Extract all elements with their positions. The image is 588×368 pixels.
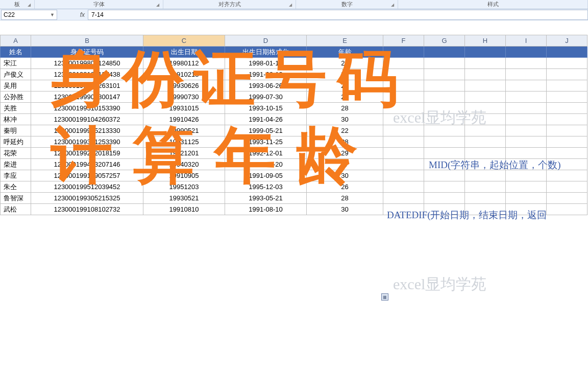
- cell-age[interactable]: 28: [307, 136, 383, 148]
- empty-cell[interactable]: [547, 47, 587, 58]
- empty-cell[interactable]: [383, 181, 424, 193]
- cell-age[interactable]: 22: [307, 91, 383, 103]
- cell-age[interactable]: 30: [307, 170, 383, 181]
- col-head-H[interactable]: H: [465, 35, 506, 47]
- empty-cell[interactable]: [465, 193, 506, 204]
- empty-cell[interactable]: [383, 204, 424, 215]
- fx-icon[interactable]: fx: [57, 11, 88, 18]
- cell-birthFmt[interactable]: 1993-11-25: [225, 136, 307, 148]
- cell-age[interactable]: 22: [307, 125, 383, 136]
- autofill-options-icon[interactable]: ▦: [381, 293, 388, 301]
- empty-cell[interactable]: [547, 170, 587, 181]
- cell-birth[interactable]: 19910426: [143, 114, 225, 125]
- cell-birth[interactable]: 19921201: [143, 148, 225, 159]
- cell-birthFmt[interactable]: 1994-03-20: [225, 159, 307, 170]
- cell-id[interactable]: 123000199403207146: [31, 159, 143, 170]
- cell-birth[interactable]: 19910810: [143, 204, 225, 215]
- empty-cell[interactable]: [506, 181, 547, 193]
- table-row[interactable]: 武松123000199108102732199108101991-08-1030: [1, 204, 587, 215]
- empty-cell[interactable]: [465, 204, 506, 215]
- cell-name[interactable]: 柴进: [1, 159, 31, 170]
- cell-id[interactable]: 123000199305215325: [31, 193, 143, 204]
- empty-cell[interactable]: [506, 58, 547, 69]
- cell-birthFmt[interactable]: 1999-05-21: [225, 125, 307, 136]
- formula-bar[interactable]: 7-14: [88, 10, 588, 20]
- empty-cell[interactable]: [506, 204, 547, 215]
- empty-cell[interactable]: [424, 47, 465, 58]
- empty-cell[interactable]: [465, 170, 506, 181]
- cell-name[interactable]: 李应: [1, 170, 31, 181]
- empty-cell[interactable]: [383, 193, 424, 204]
- empty-cell[interactable]: [383, 136, 424, 148]
- cell-name[interactable]: 朱仝: [1, 181, 31, 193]
- empty-cell[interactable]: [506, 80, 547, 91]
- cell-name[interactable]: 鲁智深: [1, 193, 31, 204]
- empty-cell[interactable]: [424, 125, 465, 136]
- cell-name[interactable]: 武松: [1, 204, 31, 215]
- cell-id[interactable]: 123000199311253390: [31, 136, 143, 148]
- empty-cell[interactable]: [383, 170, 424, 181]
- cell-age[interactable]: 30: [307, 69, 383, 80]
- empty-cell[interactable]: [383, 148, 424, 159]
- empty-cell[interactable]: [506, 148, 547, 159]
- cell-birth[interactable]: 19931125: [143, 136, 225, 148]
- cell-name[interactable]: 花荣: [1, 148, 31, 159]
- cell-birthFmt[interactable]: 1992-12-01: [225, 148, 307, 159]
- empty-cell[interactable]: [383, 80, 424, 91]
- table-row[interactable]: 宋江123000199801124850199801121998-01-1223: [1, 58, 587, 69]
- cell-birthFmt[interactable]: 1998-01-12: [225, 58, 307, 69]
- empty-cell[interactable]: [465, 69, 506, 80]
- empty-cell[interactable]: [424, 91, 465, 103]
- empty-cell[interactable]: [465, 181, 506, 193]
- col-head-D[interactable]: D: [225, 35, 307, 47]
- cell-name[interactable]: 公孙胜: [1, 91, 31, 103]
- cell-id[interactable]: 123000199310153390: [31, 103, 143, 114]
- cell-birthFmt[interactable]: 1991-04-26: [225, 114, 307, 125]
- cell-birthFmt[interactable]: 1991-08-10: [225, 204, 307, 215]
- cell-birthFmt[interactable]: 1991-02-13: [225, 69, 307, 80]
- empty-cell[interactable]: [547, 69, 587, 80]
- cell-id[interactable]: 123000199801124850: [31, 58, 143, 69]
- col-head-E[interactable]: E: [307, 35, 383, 47]
- table-row[interactable]: 呼延灼123000199311253390199311251993-11-252…: [1, 136, 587, 148]
- empty-cell[interactable]: [383, 58, 424, 69]
- hdr-name[interactable]: 姓名: [1, 47, 31, 58]
- table-row[interactable]: 朱仝123000199512039452199512031995-12-0326: [1, 181, 587, 193]
- cell-birth[interactable]: 19980112: [143, 58, 225, 69]
- empty-cell[interactable]: [465, 125, 506, 136]
- table-row[interactable]: 卢俊义123000199102137438199102131991-02-133…: [1, 69, 587, 80]
- empty-cell[interactable]: [547, 204, 587, 215]
- empty-cell[interactable]: [424, 159, 465, 170]
- table-row[interactable]: 公孙胜123000199907300147199907301999-07-302…: [1, 91, 587, 103]
- table-row[interactable]: 关胜123000199310153390199310151993-10-1528: [1, 103, 587, 114]
- cell-age[interactable]: 30: [307, 204, 383, 215]
- cell-birthFmt[interactable]: 1993-06-26: [225, 80, 307, 91]
- empty-cell[interactable]: [547, 181, 587, 193]
- cell-id[interactable]: 123000199907300147: [31, 91, 143, 103]
- col-head-B[interactable]: B: [31, 35, 143, 47]
- empty-cell[interactable]: [547, 125, 587, 136]
- empty-cell[interactable]: [506, 125, 547, 136]
- cell-id[interactable]: 123000199212018159: [31, 148, 143, 159]
- cell-birth[interactable]: 19951203: [143, 181, 225, 193]
- table-row[interactable]: 林冲123000199104260372199104261991-04-2630: [1, 114, 587, 125]
- cell-age[interactable]: 28: [307, 193, 383, 204]
- empty-cell[interactable]: [424, 136, 465, 148]
- cell-birthFmt[interactable]: 1991-09-05: [225, 170, 307, 181]
- cell-name[interactable]: 林冲: [1, 114, 31, 125]
- dialog-launcher-icon[interactable]: ◢: [289, 3, 294, 8]
- cell-age[interactable]: 27: [307, 159, 383, 170]
- dialog-launcher-icon[interactable]: ◢: [28, 3, 33, 8]
- empty-cell[interactable]: [506, 159, 547, 170]
- cell-name[interactable]: 关胜: [1, 103, 31, 114]
- empty-cell[interactable]: [424, 58, 465, 69]
- cell-name[interactable]: 秦明: [1, 125, 31, 136]
- cell-birthFmt[interactable]: 1995-12-03: [225, 181, 307, 193]
- empty-cell[interactable]: [465, 114, 506, 125]
- empty-cell[interactable]: [547, 136, 587, 148]
- hdr-age[interactable]: 年龄: [307, 47, 383, 58]
- empty-cell[interactable]: [465, 47, 506, 58]
- table-row[interactable]: 李应123000199109057257199109051991-09-0530: [1, 170, 587, 181]
- empty-cell[interactable]: [383, 114, 424, 125]
- empty-cell[interactable]: [465, 136, 506, 148]
